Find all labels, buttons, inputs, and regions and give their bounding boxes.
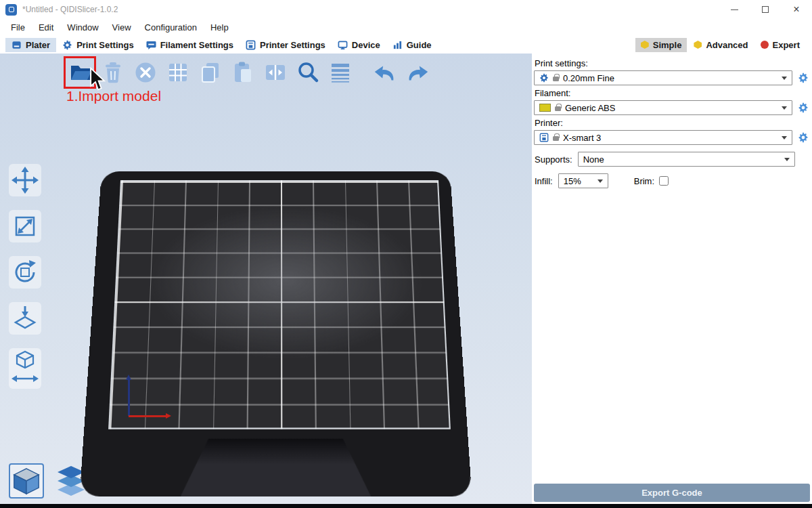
menu-file[interactable]: File: [4, 20, 32, 35]
print-settings-combo[interactable]: 0.20mm Fine: [534, 70, 792, 85]
undo-button[interactable]: [372, 60, 398, 85]
print-settings-gear-button[interactable]: [797, 72, 809, 84]
minimize-icon: [731, 9, 738, 10]
simple-mode-icon: [641, 41, 649, 49]
view-switcher: [9, 463, 89, 499]
bottom-edge-bar: [0, 504, 812, 508]
chevron-down-icon: [782, 106, 787, 110]
delete-all-button[interactable]: [133, 60, 158, 85]
tab-print-settings[interactable]: Print Settings: [56, 38, 140, 52]
variable-layer-height-button[interactable]: [328, 60, 353, 85]
settings-sidebar: Print settings: 0.20mm Fine Filament: Ge…: [532, 54, 812, 504]
mode-simple[interactable]: Simple: [635, 38, 687, 52]
filament-combo[interactable]: Generic ABS: [534, 100, 792, 115]
expert-mode-icon: [761, 41, 769, 49]
tab-plater[interactable]: Plater: [5, 38, 56, 52]
close-button[interactable]: ×: [781, 0, 812, 19]
3d-view-cube-icon: [11, 465, 42, 496]
place-on-face-tool-button[interactable]: [9, 302, 41, 335]
3d-viewport[interactable]: 1.Import model: [0, 54, 532, 504]
rotate-tool-button[interactable]: [9, 256, 41, 289]
redo-icon: [405, 60, 430, 85]
filament-gear-button[interactable]: [797, 102, 809, 114]
menu-bar: File Edit Window View Configuration Help: [0, 19, 812, 36]
lock-icon: [553, 136, 559, 141]
scale-tool-button[interactable]: [9, 210, 41, 242]
place-on-face-icon: [10, 303, 40, 333]
printer-gear-button[interactable]: [797, 132, 809, 144]
menu-edit[interactable]: Edit: [32, 20, 60, 35]
delete-all-icon: [133, 60, 158, 85]
search-button[interactable]: [295, 60, 321, 85]
menu-help[interactable]: Help: [204, 20, 235, 35]
guide-icon: [392, 40, 403, 50]
plater-icon: [12, 40, 22, 50]
gear-icon: [62, 40, 72, 50]
menu-configuration[interactable]: Configuration: [138, 20, 204, 35]
tab-device[interactable]: Device: [332, 38, 386, 52]
infill-label: Infill:: [535, 176, 553, 186]
app-logo-icon: [5, 4, 17, 16]
mode-expert[interactable]: Expert: [755, 38, 805, 52]
supports-combo[interactable]: None: [578, 152, 795, 167]
mode-advanced[interactable]: Advanced: [688, 38, 753, 52]
chevron-down-icon: [782, 77, 787, 80]
menu-window[interactable]: Window: [60, 20, 105, 35]
tab-guide[interactable]: Guide: [386, 38, 438, 52]
lock-icon: [555, 106, 561, 111]
tab-bar: Plater Print Settings Filament Settings …: [0, 36, 812, 54]
printer-label: Printer:: [535, 118, 809, 128]
scale-icon: [10, 211, 40, 241]
tab-printer-settings[interactable]: Printer Settings: [240, 38, 332, 52]
supports-label: Supports:: [535, 154, 572, 165]
cursor-icon: [86, 67, 110, 91]
undo-icon: [372, 60, 398, 85]
print-settings-label: Print settings:: [535, 58, 809, 68]
device-icon: [338, 40, 348, 50]
split-to-parts-button[interactable]: [263, 60, 288, 85]
split-to-parts-icon: [263, 60, 288, 85]
import-model-button[interactable]: [68, 60, 93, 85]
advanced-mode-icon: [694, 41, 702, 49]
infill-combo[interactable]: 15%: [558, 173, 608, 188]
filament-label: Filament:: [535, 88, 809, 98]
redo-button[interactable]: [405, 60, 430, 85]
window-title: *Untitled - QIDISlicer-1.0.2: [22, 5, 719, 14]
gear-icon: [539, 73, 549, 83]
gear-icon: [798, 72, 809, 83]
app-window: *Untitled - QIDISlicer-1.0.2 × File Edit…: [0, 0, 812, 508]
brim-checkbox[interactable]: [659, 176, 669, 186]
search-icon: [296, 60, 320, 85]
gear-icon: [798, 102, 809, 113]
chevron-down-icon: [597, 179, 603, 183]
menu-view[interactable]: View: [106, 20, 138, 35]
annotation-text: 1.Import model: [66, 88, 161, 104]
build-plate-grid[interactable]: [108, 180, 451, 429]
x-axis-marker: [129, 415, 166, 417]
export-gcode-button[interactable]: Export G-code: [534, 484, 810, 502]
arrange-icon: [166, 60, 190, 85]
copy-button[interactable]: [198, 60, 223, 85]
paste-icon: [231, 60, 255, 85]
minimize-button[interactable]: [719, 0, 750, 19]
maximize-icon: [762, 6, 769, 13]
measure-tool-button[interactable]: [9, 348, 41, 389]
mode-switcher: Simple Advanced Expert: [635, 38, 805, 52]
paste-button[interactable]: [230, 60, 256, 85]
rotate-icon: [10, 257, 40, 287]
gear-icon: [798, 132, 809, 143]
chevron-down-icon: [782, 136, 787, 140]
move-icon: [10, 165, 40, 195]
z-axis-marker: [128, 379, 130, 416]
printer-icon: [246, 40, 256, 50]
filament-icon: [146, 40, 156, 50]
measure-icon: [10, 350, 40, 387]
tab-filament-settings[interactable]: Filament Settings: [140, 38, 240, 52]
close-icon: ×: [793, 4, 799, 15]
arrange-button[interactable]: [165, 60, 191, 85]
brim-label: Brim:: [634, 176, 654, 186]
move-tool-button[interactable]: [9, 164, 41, 196]
3d-editor-view-button[interactable]: [9, 463, 44, 499]
printer-combo[interactable]: X-smart 3: [534, 130, 792, 145]
maximize-button[interactable]: [750, 0, 781, 19]
